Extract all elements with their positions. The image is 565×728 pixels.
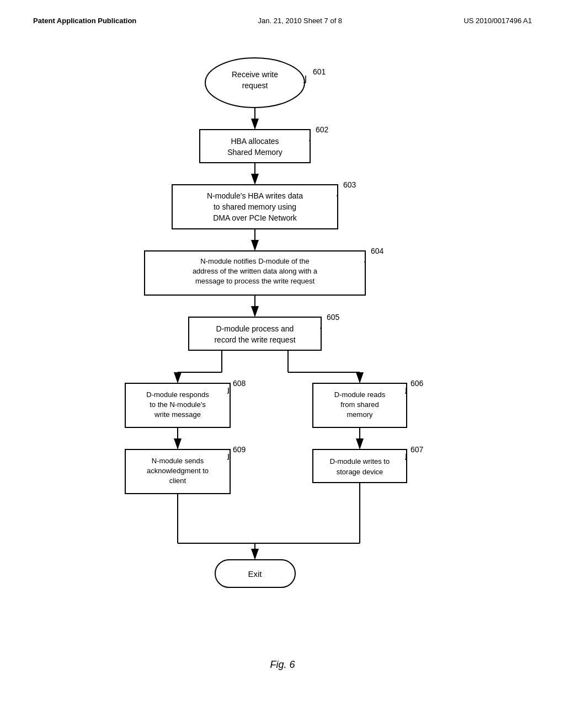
svg-text:acknowledgment to: acknowledgment to [147, 467, 209, 475]
svg-text:from shared: from shared [340, 400, 379, 409]
header-left: Patent Application Publication [33, 17, 136, 25]
svg-text:request: request [242, 81, 268, 90]
svg-text:N-module's HBA writes data: N-module's HBA writes data [207, 191, 303, 200]
svg-text:client: client [169, 477, 186, 485]
diagram-area: Receive write request 601 HBA allocates … [33, 47, 532, 643]
svg-text:605: 605 [327, 313, 340, 322]
svg-text:record the write request: record the write request [214, 335, 295, 344]
page-header: Patent Application Publication Jan. 21, … [33, 17, 532, 25]
svg-text:609: 609 [233, 445, 246, 454]
svg-text:Receive write: Receive write [232, 70, 278, 79]
svg-text:Exit: Exit [248, 569, 262, 579]
svg-text:D-module process  and: D-module process and [216, 324, 294, 333]
svg-text:603: 603 [343, 180, 356, 189]
svg-text:607: 607 [411, 445, 424, 454]
page: Patent Application Publication Jan. 21, … [0, 0, 565, 728]
svg-text:N-module notifies D-module of : N-module notifies D-module of the [200, 257, 309, 265]
svg-text:message to process the write r: message to process the write request [195, 277, 315, 285]
svg-text:DMA over PCIe Network: DMA over PCIe Network [213, 213, 297, 222]
fig-label: Fig. 6 [33, 659, 532, 671]
svg-text:601: 601 [313, 67, 326, 76]
svg-text:602: 602 [316, 125, 329, 134]
svg-rect-31 [189, 317, 321, 350]
svg-text:write message: write message [154, 410, 201, 419]
svg-text:address of the written data al: address of the written data along with a [193, 267, 318, 275]
svg-rect-8 [200, 130, 310, 163]
header-right: US 2010/0017496 A1 [463, 17, 532, 25]
svg-text:to the N-module's: to the N-module's [150, 400, 206, 409]
svg-text:N-module sends: N-module sends [152, 457, 204, 465]
svg-text:memory: memory [347, 410, 373, 419]
svg-text:Shared Memory: Shared Memory [227, 148, 282, 157]
svg-text:608: 608 [233, 379, 246, 388]
svg-text:to shared memory using: to shared memory using [214, 202, 296, 211]
svg-text:D-module writes to: D-module writes to [330, 457, 390, 465]
svg-text:D-module reads: D-module reads [334, 390, 386, 399]
svg-text:606: 606 [411, 379, 424, 388]
svg-rect-66 [313, 449, 407, 483]
svg-text:604: 604 [371, 247, 384, 255]
svg-text:D-module responds: D-module responds [146, 390, 209, 399]
svg-text:HBA allocates: HBA allocates [231, 137, 279, 146]
header-center: Jan. 21, 2010 Sheet 7 of 8 [258, 17, 343, 25]
svg-text:storage device: storage device [337, 468, 383, 476]
